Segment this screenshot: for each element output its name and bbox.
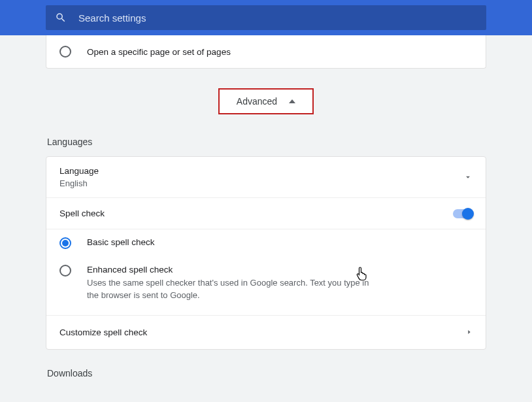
startup-card: Open a specific page or set of pages [46, 35, 486, 69]
open-specific-page-option[interactable]: Open a specific page or set of pages [46, 35, 486, 68]
advanced-label: Advanced [237, 96, 277, 107]
spellcheck-title: Spell check [59, 209, 105, 218]
enhanced-spellcheck-desc: Uses the same spell checker that's used … [87, 277, 381, 302]
chevron-up-icon [289, 99, 295, 103]
search-input[interactable] [78, 12, 477, 24]
customize-spellcheck-row[interactable]: Customize spell check [46, 315, 486, 349]
spellcheck-row: Spell check [46, 198, 486, 229]
radio-unselected-icon [59, 46, 71, 58]
language-row[interactable]: Language English [46, 157, 486, 198]
languages-section-title: Languages [47, 137, 485, 147]
languages-card: Language English Spell check Basic spell… [46, 156, 486, 350]
header-bar [0, 0, 532, 35]
open-specific-label: Open a specific page or set of pages [87, 47, 231, 57]
enhanced-spellcheck-option[interactable]: Enhanced spell check Uses the same spell… [46, 257, 486, 315]
search-icon [55, 12, 67, 24]
basic-spellcheck-option[interactable]: Basic spell check [46, 229, 486, 257]
advanced-toggle-button[interactable]: Advanced [218, 88, 314, 114]
enhanced-spellcheck-label: Enhanced spell check [87, 265, 381, 275]
radio-selected-icon [59, 237, 71, 249]
radio-unselected-icon [59, 265, 71, 276]
downloads-section-title: Downloads [47, 368, 485, 378]
search-container[interactable] [46, 5, 486, 30]
language-title: Language [59, 166, 99, 176]
language-value: English [59, 178, 99, 188]
customize-spellcheck-label: Customize spell check [59, 327, 147, 337]
chevron-right-icon [466, 329, 473, 335]
chevron-down-icon [463, 173, 473, 182]
basic-spellcheck-label: Basic spell check [87, 237, 155, 247]
spellcheck-toggle[interactable] [453, 209, 473, 218]
